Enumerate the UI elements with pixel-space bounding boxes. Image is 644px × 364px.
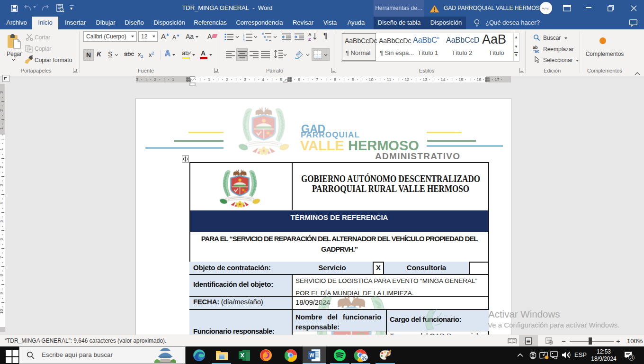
svg-text:ac: ac [535,49,539,53]
svg-text:2: 2 [0,166,4,168]
svg-text:3: 3 [0,91,4,93]
svg-text:Z: Z [308,37,311,41]
svg-text:9: 9 [0,292,4,294]
svg-text:1: 1 [172,77,174,82]
svg-text:7: 7 [316,77,318,82]
svg-text:12: 12 [404,77,409,82]
svg-text:2: 2 [226,77,228,82]
svg-text:1: 1 [208,77,210,82]
svg-text:5: 5 [0,220,4,222]
svg-text:4: 4 [0,202,4,204]
svg-text:3: 3 [243,39,245,41]
svg-text:8: 8 [334,77,336,82]
svg-text:6: 6 [0,238,4,240]
svg-text:11: 11 [387,77,391,82]
svg-text:15: 15 [458,77,463,82]
svg-text:3: 3 [244,77,246,82]
svg-text:3: 3 [0,184,4,186]
svg-text:2: 2 [154,77,156,82]
svg-text:9: 9 [352,77,354,82]
svg-text:A: A [308,32,312,37]
svg-text:3: 3 [136,77,138,82]
svg-text:1: 1 [0,148,4,150]
svg-text:2: 2 [0,109,4,111]
svg-text:6: 6 [298,77,300,82]
svg-text:10: 10 [0,309,4,314]
svg-text:4: 4 [262,77,264,82]
svg-text:10: 10 [368,77,373,82]
svg-text:16: 16 [476,77,481,82]
svg-text:8: 8 [0,274,4,276]
svg-text:1: 1 [0,127,4,129]
svg-text:1: 1 [243,33,245,36]
svg-text:17: 17 [494,77,499,82]
svg-text:14: 14 [440,77,445,82]
svg-text:7: 7 [0,256,4,258]
svg-text:13: 13 [422,77,427,82]
